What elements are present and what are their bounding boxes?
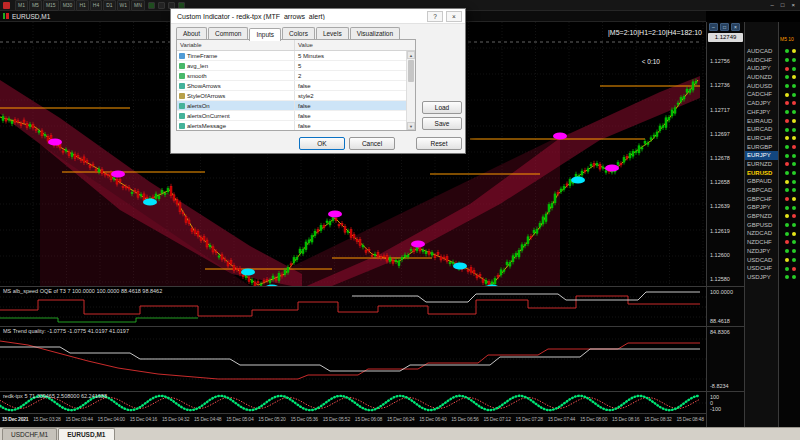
indicator-panel-redk-tpx[interactable]: redk-tpx 5 71.339465 2.508000 62.241688 <box>0 391 706 413</box>
market-watch-pair[interactable]: EURAUD <box>745 117 778 126</box>
market-watch-pair[interactable]: GBPCHF <box>745 195 778 204</box>
candle-countdown: < 0:10 <box>642 58 660 65</box>
market-watch-pair[interactable]: EURCAD <box>745 125 778 134</box>
market-watch-pair[interactable]: GBPCAD <box>745 186 778 195</box>
timeframe-button[interactable]: M30 <box>60 0 76 11</box>
scrollbar-thumb[interactable] <box>408 60 414 82</box>
chart-maximize-icon[interactable]: □ <box>720 23 729 31</box>
param-type-icon <box>179 73 185 79</box>
signal-dot-row <box>779 82 800 91</box>
param-value-cell[interactable]: false <box>295 111 415 120</box>
dialog-close-icon[interactable]: × <box>446 11 462 22</box>
market-watch-pair[interactable]: CHFJPY <box>745 108 778 117</box>
market-watch-pair[interactable]: EURCHF <box>745 134 778 143</box>
market-watch-pair[interactable]: USDCHF <box>745 264 778 273</box>
param-row[interactable]: avg_len 5 <box>177 61 415 71</box>
market-watch-pair[interactable]: AUDNZD <box>745 73 778 82</box>
param-row[interactable]: alertsOnCurrent false <box>177 111 415 121</box>
timeframe-button[interactable]: W1 <box>117 0 131 11</box>
signal-dot-row <box>779 143 800 152</box>
param-row[interactable]: TimeFrame 5 Minutes <box>177 51 415 61</box>
load-button[interactable]: Load <box>422 101 462 114</box>
market-watch-pair[interactable]: GBPAUD <box>745 177 778 186</box>
param-row[interactable]: StyleOfArrows style2 <box>177 91 415 101</box>
scroll-up-icon[interactable]: ▲ <box>407 51 415 59</box>
time-axis-label: 15 Dec 07:28 <box>516 416 543 422</box>
timeframe-button[interactable]: H1 <box>76 0 88 11</box>
time-axis-label: 15 Dec 05:36 <box>291 416 318 422</box>
market-watch-pair[interactable]: CADCHF <box>745 90 778 99</box>
market-watch-pair[interactable]: USDJPY <box>745 273 778 282</box>
timeframe-button[interactable]: M15 <box>43 0 59 11</box>
minimize-icon[interactable]: – <box>769 1 776 10</box>
param-row[interactable]: alertsOn false <box>177 101 415 111</box>
signal-dot <box>792 58 796 62</box>
time-axis-label: 15 Dec 06:56 <box>451 416 478 422</box>
maximize-icon[interactable]: □ <box>779 1 787 10</box>
market-watch-pair[interactable]: NZDCAD <box>745 229 778 238</box>
signal-dot-row <box>779 134 800 143</box>
current-price-badge: 1.12749 <box>708 33 743 42</box>
save-button[interactable]: Save <box>422 117 462 130</box>
market-watch-pair[interactable]: EURUSD <box>745 169 778 178</box>
signal-dot <box>792 75 796 79</box>
param-value-cell[interactable]: false <box>295 101 415 110</box>
param-value-cell[interactable]: style2 <box>295 91 415 100</box>
indicator-panel-trend-quality[interactable]: MS Trend quality: -1.0775 -1.0775 41.019… <box>0 326 706 391</box>
signal-dot <box>792 206 796 210</box>
timeframe-button[interactable]: M5 <box>29 0 42 11</box>
time-axis-label: 15 Dec 04:16 <box>130 416 157 422</box>
timeframe-button[interactable]: H4 <box>90 0 102 11</box>
param-name: avg_len <box>187 63 208 69</box>
market-watch-pair[interactable]: EURJPY <box>745 151 778 160</box>
param-row[interactable]: ShowArrows false <box>177 81 415 91</box>
reset-button[interactable]: Reset <box>416 137 462 150</box>
close-icon[interactable]: × <box>789 1 797 10</box>
market-watch-pair[interactable]: AUDUSD <box>745 82 778 91</box>
chart-window-controls: – □ × <box>709 23 740 31</box>
market-watch-pair[interactable]: GBPJPY <box>745 203 778 212</box>
help-icon[interactable]: ? <box>427 11 443 22</box>
indicators-icon[interactable] <box>148 2 155 9</box>
param-value-cell[interactable]: 2 <box>295 71 415 80</box>
market-watch-pair[interactable]: CADJPY <box>745 99 778 108</box>
ok-button[interactable]: OK <box>299 137 345 150</box>
dialog-tab[interactable]: Inputs <box>249 28 281 41</box>
market-watch-pair[interactable]: USDCAD <box>745 256 778 265</box>
market-watch-pair[interactable]: NZDJPY <box>745 247 778 256</box>
timeframe-button[interactable]: D1 <box>103 0 115 11</box>
timeframe-button[interactable]: MN <box>131 0 145 11</box>
market-watch-pair[interactable]: EURNZD <box>745 160 778 169</box>
chart-close-icon[interactable]: × <box>731 23 740 31</box>
scroll-down-icon[interactable]: ▼ <box>407 122 415 130</box>
param-name: alertsOn <box>187 103 210 109</box>
market-watch-pair[interactable]: AUDCHF <box>745 56 778 65</box>
market-watch-pair[interactable]: GBPUSD <box>745 221 778 230</box>
market-watch-pair[interactable]: EURGBP <box>745 143 778 152</box>
crosshair-icon[interactable] <box>158 2 165 9</box>
time-axis-label: 15 Dec 2021 <box>2 416 28 422</box>
cancel-button[interactable]: Cancel <box>349 137 395 150</box>
price-scale[interactable]: 1.127751.127561.127361.127171.126971.126… <box>706 22 744 427</box>
signal-dot <box>785 110 789 114</box>
table-scrollbar[interactable]: ▲ ▼ <box>406 51 415 130</box>
param-row[interactable]: alertsMessage false <box>177 121 415 131</box>
param-value-cell[interactable]: 5 Minutes <box>295 51 415 60</box>
time-axis[interactable]: 15 Dec 202115 Dec 03:2815 Dec 03:4415 De… <box>0 413 706 427</box>
panel-label-speed: MS alb_speed OQE of T3 7 100.0000 100.00… <box>3 288 162 294</box>
chart-tab[interactable]: USDCHF,M1 <box>2 428 57 440</box>
dialog-titlebar[interactable]: Custom Indicator - redk-tpx (MTF_arrows_… <box>171 9 465 24</box>
param-value-cell[interactable]: 5 <box>295 61 415 70</box>
market-watch-pair[interactable]: NZDCHF <box>745 238 778 247</box>
param-row[interactable]: smooth 2 <box>177 71 415 81</box>
indicator-panel-speed[interactable]: MS alb_speed OQE of T3 7 100.0000 100.00… <box>0 286 706 326</box>
param-value-cell[interactable]: false <box>295 121 415 130</box>
price-scale-label: 1.12736 <box>710 82 745 88</box>
chart-tab[interactable]: EURUSD,M1 <box>58 428 114 440</box>
chart-minimize-icon[interactable]: – <box>709 23 718 31</box>
market-watch-pair[interactable]: AUDJPY <box>745 64 778 73</box>
market-watch-pair[interactable]: GBPNZD <box>745 212 778 221</box>
param-value-cell[interactable]: false <box>295 81 415 90</box>
timeframe-button[interactable]: M1 <box>15 0 28 11</box>
market-watch-pair[interactable]: AUDCAD <box>745 47 778 56</box>
